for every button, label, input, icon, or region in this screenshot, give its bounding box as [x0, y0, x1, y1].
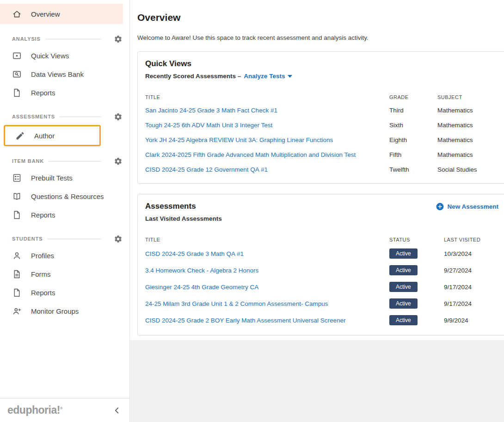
sidebar-item-label: Data Views Bank — [31, 70, 84, 78]
subject-cell: Mathematics — [437, 107, 502, 114]
sidebar-item-author[interactable]: Author — [5, 126, 99, 145]
section-label: ASSESSMENTS — [12, 114, 55, 119]
ballot-icon — [12, 173, 22, 183]
report-icon — [12, 210, 22, 220]
assessment-link[interactable]: San Jacinto 24-25 Grade 3 Math Fact Chec… — [145, 107, 389, 114]
card-title: Quick Views — [145, 59, 502, 68]
app-root: Overview ANALYSIS Quick Views Data Views… — [0, 0, 504, 422]
page-background — [130, 340, 504, 422]
last-visited-cell: 9/17/2024 — [444, 284, 502, 291]
sidebar-item-label: Questions & Resources — [31, 192, 104, 200]
settings-gear-icon[interactable] — [114, 157, 123, 166]
table-row: York JH 24-25 Algebra REVIEW Unit 3A: Gr… — [145, 132, 502, 147]
subtitle-text: Last Visited Assessments — [145, 215, 222, 222]
eduphoria-logo: eduphoria!® — [7, 404, 62, 416]
subtitle-text: Recently Scored Assessments – — [145, 73, 241, 80]
sidebar-item-label: Quick Views — [31, 52, 69, 60]
section-header-analysis: ANALYSIS — [12, 34, 129, 43]
assessment-link[interactable]: York JH 24-25 Algebra REVIEW Unit 3A: Gr… — [145, 137, 389, 143]
subject-cell: Mathematics — [437, 137, 502, 143]
assessments-card-header: Assessments New Assessment — [145, 202, 502, 211]
assessment-link[interactable]: CISD 2024-25 Grade 12 Government QA #1 — [145, 166, 389, 173]
assessment-link[interactable]: 24-25 Milam 3rd Grade Unit 1 & 2 Common … — [145, 300, 389, 307]
last-visited-cell: 9/27/2024 — [444, 267, 502, 274]
analyze-tests-link[interactable]: Analyze Tests — [244, 73, 292, 80]
subject-cell: Social Studies — [437, 166, 502, 173]
search-box-icon — [12, 69, 22, 79]
settings-gear-icon[interactable] — [114, 235, 123, 243]
card-title: Assessments — [145, 202, 196, 211]
welcome-text: Welcome to Aware! Use this space to trac… — [137, 34, 504, 41]
column-header-grade: GRADE — [389, 94, 437, 100]
home-icon — [12, 9, 22, 19]
preview-icon — [12, 51, 22, 61]
table-row: CISD 2024-25 Grade 12 Government QA #1 T… — [145, 162, 502, 177]
sidebar-footer: eduphoria!® — [0, 398, 129, 422]
grade-cell: Twelfth — [389, 166, 437, 173]
sidebar-item-forms[interactable]: Forms — [0, 265, 129, 283]
table-row: Giesinger 24-25 4th Grade Geometry CA Ac… — [145, 279, 502, 295]
assessment-link[interactable]: Clark 2024-2025 Fifth Grade Advanced Mat… — [145, 151, 389, 158]
overview-page: Overview Welcome to Aware! Use this spac… — [130, 0, 504, 340]
table-row: 24-25 Milam 3rd Grade Unit 1 & 2 Common … — [145, 295, 502, 312]
sidebar-item-data-views-bank[interactable]: Data Views Bank — [0, 65, 129, 83]
last-visited-cell: 10/3/2024 — [444, 250, 502, 257]
table-row: Tough 24-25 6th ADV Math Unit 3 Integer … — [145, 118, 502, 132]
section-divider — [60, 117, 101, 117]
section-header-students: STUDENTS — [12, 234, 129, 243]
new-assessment-button[interactable]: New Assessment — [436, 202, 498, 211]
sidebar-item-profiles[interactable]: Profiles — [0, 246, 129, 265]
sidebar-nav: Overview ANALYSIS Quick Views Data Views… — [0, 0, 129, 398]
sidebar-item-label: Forms — [31, 270, 51, 278]
section-header-assessments: ASSESSMENTS — [12, 112, 129, 121]
section-divider — [47, 239, 101, 239]
sidebar-item-overview[interactable]: Overview — [0, 4, 123, 24]
column-header-subject: SUBJECT — [437, 94, 502, 100]
sidebar-item-prebuilt-tests[interactable]: Prebuilt Tests — [0, 168, 129, 187]
section-divider — [49, 161, 101, 161]
assessment-link[interactable]: CISD 2024-25 Grade 3 Math QA #1 — [145, 250, 389, 257]
form-icon — [12, 269, 22, 279]
table-header: TITLE STATUS LAST VISITED — [145, 234, 502, 245]
sidebar-item-label: Reports — [31, 89, 55, 97]
quick-views-subtitle: Recently Scored Assessments – Analyze Te… — [145, 73, 502, 80]
column-header-last-visited: LAST VISITED — [444, 237, 502, 242]
last-visited-cell: 9/9/2024 — [444, 317, 502, 324]
status-badge: Active — [389, 282, 418, 292]
column-header-status: STATUS — [389, 237, 444, 242]
sidebar-item-label: Prebuilt Tests — [31, 174, 73, 182]
column-header-title: TITLE — [145, 94, 389, 100]
assessment-link[interactable]: Tough 24-25 6th ADV Math Unit 3 Integer … — [145, 122, 389, 129]
subject-cell: Mathematics — [437, 151, 502, 158]
sidebar-item-quick-views[interactable]: Quick Views — [0, 46, 129, 65]
plus-circle-icon — [436, 202, 444, 211]
person-icon — [12, 251, 22, 261]
assessment-link[interactable]: 3.4 Homework Check - Algebra 2 Honors — [145, 267, 389, 274]
assessments-subtitle: Last Visited Assessments — [145, 215, 502, 222]
settings-gear-icon[interactable] — [114, 35, 123, 43]
grade-cell: Fifth — [389, 151, 437, 158]
sidebar-item-label: Profiles — [31, 252, 54, 260]
sidebar-item-analysis-reports[interactable]: Reports — [0, 83, 129, 102]
status-badge: Active — [389, 248, 418, 259]
pencil-icon — [15, 131, 25, 141]
sidebar-item-label: Overview — [31, 10, 60, 18]
sidebar: Overview ANALYSIS Quick Views Data Views… — [0, 0, 130, 422]
subject-cell: Mathematics — [437, 122, 502, 129]
grade-cell: Eighth — [389, 137, 437, 143]
sidebar-item-students-reports[interactable]: Reports — [0, 283, 129, 302]
grade-cell: Sixth — [389, 122, 437, 129]
last-visited-cell: 9/17/2024 — [444, 300, 502, 307]
table-row: CISD 2024-25 Grade 2 BOY Early Math Asse… — [145, 312, 502, 329]
sidebar-item-monitor-groups[interactable]: Monitor Groups — [0, 302, 129, 320]
chevron-down-icon — [288, 75, 292, 78]
sidebar-item-item-bank-reports[interactable]: Reports — [0, 205, 129, 224]
table-row: 3.4 Homework Check - Algebra 2 Honors Ac… — [145, 262, 502, 279]
assessment-link[interactable]: Giesinger 24-25 4th Grade Geometry CA — [145, 284, 389, 291]
status-badge: Active — [389, 315, 418, 325]
assessment-link[interactable]: CISD 2024-25 Grade 2 BOY Early Math Asse… — [145, 317, 389, 324]
report-icon — [12, 88, 22, 98]
sidebar-item-questions-resources[interactable]: Questions & Resources — [0, 187, 129, 205]
settings-gear-icon[interactable] — [114, 112, 123, 121]
chevron-left-icon[interactable] — [112, 405, 122, 416]
